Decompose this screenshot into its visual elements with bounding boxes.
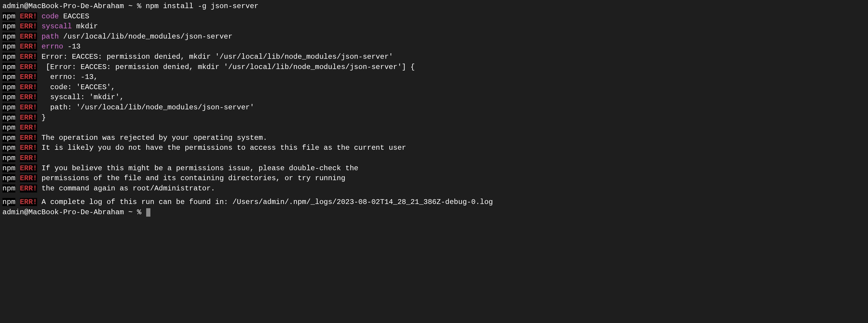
error-line: npm ERR! — [2, 153, 866, 163]
terminal-output[interactable]: admin@MacBook-Pro-De-Abraham ~ % npm ins… — [2, 1, 866, 217]
command-line: admin@MacBook-Pro-De-Abraham ~ % npm ins… — [2, 1, 866, 11]
error-line: npm ERR! It is likely you do not have th… — [2, 143, 866, 153]
error-line: npm ERR! [Error: EACCES: permission deni… — [2, 62, 866, 72]
error-line: npm ERR! code EACCES — [2, 11, 866, 22]
error-line: npm ERR! path /usr/local/lib/node_module… — [2, 32, 866, 42]
error-line: npm ERR! permissions of the file and its… — [2, 173, 866, 184]
error-line: npm ERR! errno -13 — [2, 41, 866, 52]
error-line: npm ERR! path: '/usr/local/lib/node_modu… — [2, 102, 866, 113]
error-line: npm ERR! — [2, 123, 866, 133]
error-line: npm ERR! If you believe this might be a … — [2, 163, 866, 173]
error-line: npm ERR! the command again as root/Admin… — [2, 184, 866, 194]
error-line: npm ERR! errno: -13, — [2, 72, 866, 82]
error-line: npm ERR! The operation was rejected by y… — [2, 133, 866, 143]
prompt-line[interactable]: admin@MacBook-Pro-De-Abraham ~ % — [2, 207, 866, 218]
error-line: npm ERR! Error: EACCES: permission denie… — [2, 52, 866, 62]
error-line: npm ERR! syscall mkdir — [2, 22, 866, 32]
error-line: npm ERR! } — [2, 113, 866, 123]
cursor-icon — [146, 208, 150, 217]
error-line: npm ERR! A complete log of this run can … — [2, 197, 866, 207]
error-line: npm ERR! code: 'EACCES', — [2, 82, 866, 93]
error-line: npm ERR! syscall: 'mkdir', — [2, 92, 866, 102]
